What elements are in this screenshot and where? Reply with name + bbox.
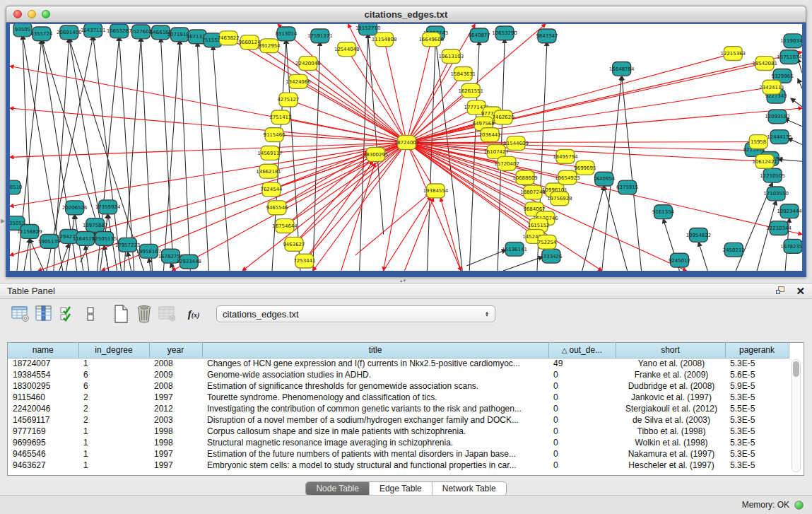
table-cell[interactable]: Yano et al. (2008) — [616, 358, 725, 369]
network-node-selected[interactable]: 9465546 — [266, 201, 288, 215]
table-cell[interactable]: 1997 — [149, 448, 202, 460]
column-header-title[interactable]: title — [202, 343, 548, 358]
table-cell[interactable]: 9115460 — [8, 392, 78, 403]
table-row[interactable]: 977716911998Corpus callosum shape and si… — [8, 426, 789, 437]
network-node-selected[interactable]: 7462620 — [493, 110, 514, 124]
tab-node-table[interactable]: Node Table — [306, 482, 370, 495]
network-node-teal[interactable]: 20691406 — [57, 25, 81, 40]
table-selector-dropdown[interactable]: citations_edges.txt ▲▼ — [216, 305, 495, 322]
table-cell[interactable]: 49 — [548, 358, 616, 369]
network-node-selected[interactable]: 16754644 — [272, 219, 298, 233]
table-row[interactable]: 2242004622012Investigating the contribut… — [8, 403, 789, 414]
network-node-selected[interactable]: 18300295 — [363, 148, 388, 162]
network-node-teal[interactable]: 16782355 — [780, 239, 802, 253]
table-cell[interactable]: Estimation of significance thresholds fo… — [202, 380, 548, 392]
table-cell[interactable]: 0 — [548, 380, 616, 392]
table-cell[interactable]: 18724007 — [8, 358, 78, 369]
network-node-selected[interactable]: 7624544 — [260, 182, 283, 197]
table-cell[interactable]: 5.3E-5 — [725, 426, 789, 437]
network-canvas[interactable]: 9350543557242069140616437111106532871527… — [10, 24, 802, 271]
network-node-teal[interactable]: 10954822 — [686, 228, 711, 243]
table-cell[interactable]: Disruption of a novel member of a sodium… — [202, 414, 548, 426]
network-node-selected[interactable]: 18542081 — [752, 57, 777, 71]
table-cell[interactable]: Embryonic stem cells: a model to study s… — [202, 460, 548, 471]
select-columns-icon[interactable] — [33, 303, 54, 325]
table-cell[interactable]: Tourette syndrome. Phenomenology and cla… — [202, 392, 548, 403]
network-node-teal[interactable]: 10923444 — [777, 204, 802, 218]
table-cell[interactable]: Wolkin et al. (1998) — [616, 437, 725, 448]
table-cell[interactable]: 5.3E-5 — [725, 392, 789, 403]
column-header-pagerank[interactable]: pagerank — [725, 343, 789, 358]
network-node-teal[interactable]: 15136141 — [502, 242, 526, 256]
table-cell[interactable]: 0 — [548, 426, 616, 437]
table-cell[interactable]: 1997 — [149, 460, 202, 471]
table-row[interactable]: 1456911722003Disruption of a novel membe… — [8, 414, 789, 426]
network-node-teal[interactable]: 12444135 — [767, 130, 792, 144]
column-header-name[interactable]: name — [8, 343, 78, 358]
table-cell[interactable]: 1998 — [149, 426, 202, 437]
table-cell[interactable]: 5.3E-5 — [725, 358, 789, 369]
network-node-teal[interactable]: 17359924 — [95, 200, 121, 214]
network-node-teal[interactable]: 12210505 — [760, 168, 784, 182]
table-cell[interactable]: 0 — [548, 448, 616, 460]
network-node-teal[interactable]: 16648784 — [609, 62, 635, 76]
network-node-teal[interactable]: 8313014 — [275, 27, 298, 41]
network-node-teal[interactable]: 17103550 — [763, 187, 788, 201]
table-cell[interactable]: Investigating the contribution of common… — [202, 403, 548, 414]
network-node-selected[interactable]: 13662181 — [256, 164, 281, 178]
column-header-year[interactable]: year — [149, 343, 202, 358]
row-height-icon[interactable] — [80, 303, 101, 325]
table-cell[interactable]: 1997 — [149, 392, 202, 403]
network-node-teal[interactable]: 10975887 — [83, 218, 107, 233]
table-cell[interactable]: 5.3E-5 — [725, 437, 789, 448]
table-cell[interactable]: 5.3E-5 — [725, 414, 789, 426]
network-node-teal[interactable]: 9843347 — [536, 29, 558, 43]
table-cell[interactable]: 2 — [78, 414, 149, 426]
new-table-icon[interactable] — [110, 303, 131, 325]
table-cell[interactable]: 1 — [78, 460, 149, 471]
function-builder-icon[interactable]: f(x) — [183, 303, 204, 325]
column-header-short[interactable]: short — [616, 343, 725, 358]
table-cell[interactable]: 5.3E-5 — [725, 460, 789, 471]
network-node-selected[interactable]: 22420046 — [295, 57, 320, 71]
network-node-teal[interactable]: 6640877 — [469, 28, 490, 42]
network-node-selected[interactable]: 15843631 — [451, 66, 476, 81]
table-scrollbar-thumb[interactable] — [793, 361, 799, 377]
table-cell[interactable]: 22420046 — [8, 403, 78, 414]
network-node-selected[interactable]: 9115460 — [263, 128, 285, 142]
table-cell[interactable]: Genome-wide association studies in ADHD. — [202, 369, 548, 380]
network-node-selected[interactable]: 16261551 — [459, 83, 483, 98]
network-node-selected[interactable]: 9463627 — [283, 237, 305, 251]
network-node-selected[interactable]: 2036441 — [479, 128, 501, 142]
table-row[interactable]: 1938455462009Genome-wide association stu… — [8, 369, 789, 380]
table-row[interactable]: 946362711997Embryonic stem cells: a mode… — [8, 460, 789, 471]
table-row[interactable]: 1872400712008Changes of HCN gene express… — [8, 358, 789, 369]
table-cell[interactable]: 14569117 — [8, 414, 78, 426]
table-cell[interactable]: 2003 — [149, 414, 202, 426]
table-cell[interactable]: 9463627 — [8, 460, 78, 471]
table-cell[interactable]: 19384554 — [8, 369, 78, 380]
table-cell[interactable]: Changes of HCN gene expression and I(f) … — [202, 358, 548, 369]
table-cell[interactable]: 2 — [78, 392, 149, 403]
network-node-teal[interactable]: 17591371 — [307, 29, 332, 43]
network-node-teal[interactable]: 93505 — [13, 24, 32, 37]
table-cell[interactable]: Estimation of the future numbers of pati… — [202, 448, 548, 460]
memory-status-indicator[interactable] — [794, 501, 804, 510]
table-cell[interactable]: Tibbo et al. (1998) — [616, 426, 725, 437]
network-node-teal[interactable]: 10653290 — [492, 26, 517, 40]
network-node-selected[interactable]: 4275127 — [277, 93, 299, 107]
network-node-selected[interactable]: 19654923 — [555, 170, 579, 185]
network-node-teal[interactable]: 12210344 — [766, 221, 792, 235]
column-header-out-de-[interactable]: △out_de... — [548, 343, 616, 358]
float-panel-icon[interactable] — [776, 286, 786, 296]
network-node-teal[interactable]: 9161354 — [652, 205, 675, 219]
table-cell[interactable]: Corpus callosum shape and size in male p… — [202, 426, 548, 437]
table-cell[interactable]: 5.5E-5 — [725, 403, 789, 414]
network-node-selected[interactable]: 19613103 — [439, 49, 464, 64]
table-cell[interactable]: 2009 — [149, 369, 202, 380]
network-node-teal[interactable]: 20206526 — [62, 201, 87, 215]
network-node-selected[interactable]: 14569117 — [257, 146, 282, 160]
table-cell[interactable]: de Silva et al. (2003) — [616, 414, 725, 426]
table-settings-icon[interactable] — [10, 303, 31, 325]
table-cell[interactable]: 1 — [78, 358, 149, 369]
